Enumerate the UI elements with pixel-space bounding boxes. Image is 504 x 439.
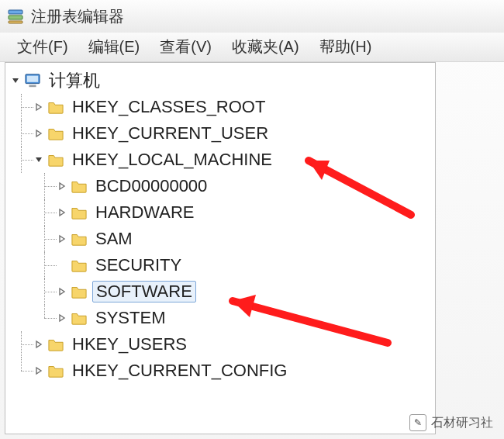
expand-icon[interactable] [57, 207, 67, 218]
collapse-icon[interactable] [10, 75, 21, 86]
registry-editor-window: 注册表编辑器 文件(F) 编辑(E) 查看(V) 收藏夹(A) 帮助(H) [0, 0, 504, 439]
node-label: HKEY_LOCAL_MACHINE [69, 150, 275, 170]
watermark-text: 石材研习社 [431, 415, 493, 431]
folder-icon [47, 363, 64, 379]
folder-icon [71, 205, 88, 220]
window-title: 注册表编辑器 [31, 6, 124, 27]
folder-icon [47, 126, 64, 141]
folder-icon [47, 152, 64, 168]
node-label: SYSTEM [92, 308, 168, 328]
computer-icon [24, 73, 41, 88]
tree-node-sam[interactable]: SAM [5, 226, 435, 252]
node-label: SAM [92, 229, 136, 249]
node-label: HKEY_CURRENT_USER [69, 123, 271, 143]
titlebar: 注册表编辑器 [0, 0, 504, 33]
menu-favorites[interactable]: 收藏夹(A) [229, 35, 302, 59]
tree-node-system[interactable]: SYSTEM [5, 305, 435, 331]
node-label: HARDWARE [92, 202, 198, 223]
tree-node-hklm[interactable]: HKEY_LOCAL_MACHINE [5, 147, 435, 173]
watermark-icon: ✎ [409, 414, 426, 431]
expand-icon[interactable] [33, 339, 44, 350]
registry-tree[interactable]: 计算机 HKEY_CLASSES_ROOT [5, 67, 435, 384]
expand-icon[interactable] [57, 286, 67, 297]
folder-icon [71, 231, 88, 247]
node-label: SOFTWARE [92, 281, 196, 302]
tree-node-hkcc[interactable]: HKEY_CURRENT_CONFIG [5, 358, 435, 384]
folder-icon [47, 337, 64, 352]
watermark: ✎ 石材研习社 [409, 414, 493, 431]
menu-view[interactable]: 查看(V) [157, 35, 215, 59]
folder-icon [71, 178, 88, 194]
svg-rect-0 [9, 10, 22, 14]
menu-file[interactable]: 文件(F) [14, 35, 71, 59]
tree-node-hku[interactable]: HKEY_USERS [5, 331, 435, 358]
tree-node-computer[interactable]: 计算机 [5, 67, 435, 94]
expand-icon[interactable] [33, 128, 44, 139]
node-label: HKEY_CLASSES_ROOT [69, 97, 268, 117]
svg-rect-1 [9, 16, 22, 19]
node-label: HKEY_CURRENT_CONFIG [69, 361, 290, 381]
folder-icon [71, 284, 88, 299]
registry-editor-icon [6, 7, 25, 26]
expand-icon[interactable] [33, 102, 44, 112]
node-label: BCD00000000 [92, 176, 210, 196]
expand-icon[interactable] [57, 181, 67, 192]
svg-rect-2 [9, 21, 22, 23]
node-label: SECURITY [92, 255, 185, 275]
folder-icon [47, 99, 64, 115]
collapse-icon[interactable] [33, 154, 44, 165]
expand-icon[interactable] [57, 233, 67, 244]
node-label: 计算机 [46, 69, 103, 92]
tree-node-software[interactable]: SOFTWARE [5, 278, 435, 305]
menu-help[interactable]: 帮助(H) [316, 35, 375, 59]
tree-node-hkcu[interactable]: HKEY_CURRENT_USER [5, 120, 435, 147]
tree-node-security[interactable]: SECURITY [5, 252, 435, 278]
folder-icon [71, 258, 88, 273]
tree-node-hkcr[interactable]: HKEY_CLASSES_ROOT [5, 94, 435, 120]
expand-icon[interactable] [57, 313, 67, 323]
tree-node-bcd[interactable]: BCD00000000 [5, 173, 435, 199]
menubar: 文件(F) 编辑(E) 查看(V) 收藏夹(A) 帮助(H) [0, 33, 504, 62]
folder-icon [71, 310, 88, 326]
tree-node-hardware[interactable]: HARDWARE [5, 199, 435, 226]
svg-rect-4 [27, 76, 39, 82]
node-label: HKEY_USERS [69, 334, 190, 354]
menu-edit[interactable]: 编辑(E) [85, 35, 143, 59]
svg-rect-5 [29, 85, 36, 87]
expand-icon[interactable] [33, 365, 44, 376]
tree-pane: 计算机 HKEY_CLASSES_ROOT [5, 62, 436, 434]
